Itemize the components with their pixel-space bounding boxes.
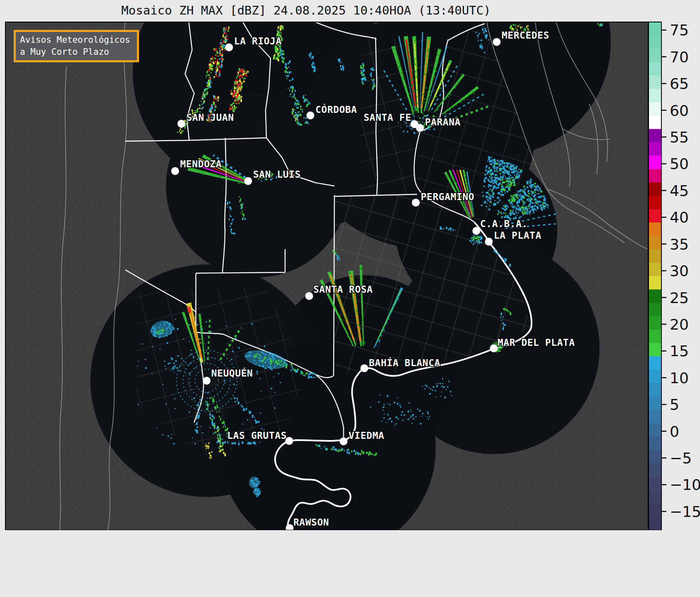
- echo-pixel: [190, 332, 191, 333]
- echo-pixel: [225, 167, 226, 168]
- echo-pixel: [249, 354, 250, 355]
- echo-pixel: [283, 53, 285, 55]
- echo-pixel: [409, 125, 411, 127]
- echo-pixel: [296, 370, 298, 372]
- echo-pixel: [497, 159, 498, 161]
- echo-pixel: [502, 164, 503, 165]
- echo-pixel: [396, 301, 397, 302]
- echo-pixel: [441, 228, 441, 228]
- echo-pixel: [512, 204, 513, 206]
- echo-pixel: [241, 441, 243, 443]
- echo-pixel: [202, 172, 203, 173]
- city-label: LA RIOJA: [234, 36, 282, 46]
- echo-pixel: [599, 24, 601, 27]
- echo-pixel: [214, 423, 215, 425]
- echo-pixel: [435, 390, 436, 391]
- echo-pixel: [256, 494, 257, 495]
- warning-banner[interactable]: Avisos Meteorológicos a Muy Corto Plazo: [14, 30, 139, 62]
- echo-pixel: [237, 75, 238, 77]
- echo-pixel: [221, 45, 222, 48]
- echo-pixel: [231, 230, 232, 231]
- echo-pixel: [246, 71, 246, 72]
- echo-pixel: [188, 311, 188, 312]
- echo-pixel: [348, 325, 349, 326]
- echo-pixel: [209, 458, 210, 459]
- echo-pixel: [212, 62, 213, 63]
- echo-pixel: [220, 442, 220, 443]
- echo-pixel: [202, 341, 202, 342]
- echo-pixel: [415, 71, 416, 72]
- echo-pixel: [188, 326, 189, 327]
- echo-pixel: [211, 419, 212, 420]
- echo-pixel: [523, 197, 525, 198]
- echo-pixel: [210, 68, 212, 70]
- echo-pixel: [210, 81, 211, 81]
- echo-pixel: [490, 185, 492, 187]
- echo-pixel: [241, 86, 243, 88]
- echo-pixel: [190, 362, 191, 364]
- echo-pixel: [266, 360, 268, 361]
- colorbar-segment: [649, 209, 661, 223]
- echo-pixel: [503, 308, 505, 310]
- echo-pixel: [185, 125, 186, 126]
- echo-pixel: [520, 210, 522, 211]
- echo-pixel: [193, 356, 194, 357]
- echo-pixel: [520, 193, 521, 194]
- echo-pixel: [156, 327, 157, 328]
- echo-pixel: [332, 448, 333, 450]
- echo-pixel: [501, 320, 502, 321]
- echo-pixel: [277, 52, 278, 53]
- echo-pixel: [492, 192, 493, 193]
- echo-pixel: [501, 160, 502, 162]
- echo-pixel: [351, 329, 352, 330]
- echo-pixel: [333, 250, 334, 252]
- echo-pixel: [238, 72, 239, 74]
- echo-pixel: [211, 457, 212, 458]
- echo-pixel: [201, 318, 202, 320]
- echo-pixel: [238, 181, 239, 183]
- echo-pixel: [451, 395, 452, 396]
- echo-pixel: [387, 414, 388, 415]
- echo-pixel: [504, 260, 506, 263]
- echo-pixel: [415, 64, 416, 65]
- map-root: LA RIOJAMERCEDESSAN JUANCÓRDOBASANTA FEP…: [5, 0, 648, 556]
- echo-pixel: [183, 313, 184, 313]
- echo-pixel: [513, 207, 515, 209]
- echo-pixel: [492, 162, 493, 164]
- echo-pixel: [349, 452, 350, 455]
- echo-pixel: [286, 75, 287, 77]
- echo-pixel: [224, 423, 224, 424]
- echo-pixel: [247, 442, 249, 444]
- echo-pixel: [444, 396, 446, 398]
- echo-pixel: [304, 374, 305, 376]
- echo-pixel: [424, 109, 425, 110]
- echo-pixel: [417, 103, 418, 104]
- echo-pixel: [533, 210, 534, 211]
- echo-pixel: [436, 71, 437, 71]
- echo-pixel: [220, 451, 221, 452]
- echo-pixel: [259, 442, 260, 443]
- echo-pixel: [249, 411, 251, 413]
- echo-pixel: [232, 219, 234, 220]
- echo-pixel: [154, 326, 155, 327]
- echo-pixel: [428, 100, 429, 101]
- echo-pixel: [436, 96, 437, 98]
- echo-pixel: [347, 319, 348, 320]
- echo-pixel: [535, 186, 537, 188]
- echo-pixel: [436, 396, 437, 397]
- echo-pixel: [280, 365, 282, 366]
- echo-pixel: [352, 281, 353, 281]
- echo-pixel: [282, 27, 283, 29]
- echo-pixel: [159, 325, 160, 325]
- colorbar-tick-label: −10: [670, 476, 700, 493]
- echo-pixel: [212, 110, 212, 111]
- echo-pixel: [503, 183, 504, 184]
- echo-pixel: [199, 338, 200, 340]
- echo-pixel: [371, 76, 372, 78]
- echo-pixel: [398, 403, 399, 404]
- echo-pixel: [538, 193, 539, 194]
- echo-pixel: [192, 312, 193, 313]
- echo-pixel: [277, 30, 278, 32]
- echo-pixel: [324, 446, 324, 448]
- echo-pixel: [263, 364, 264, 365]
